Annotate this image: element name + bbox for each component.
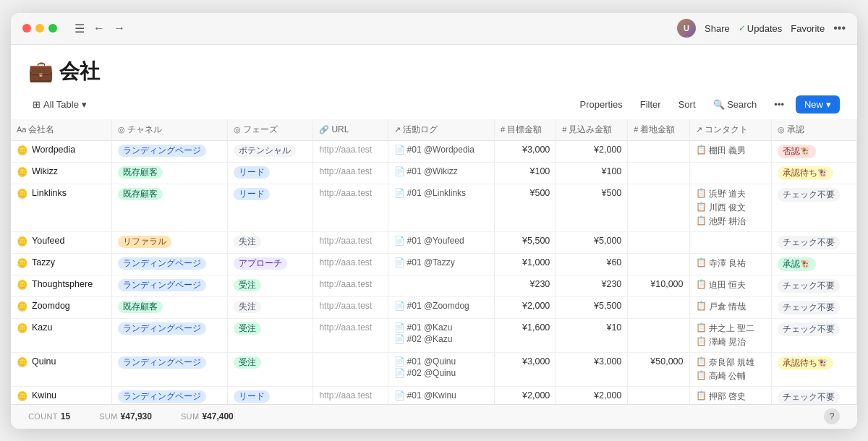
table-row[interactable]: 🪙Wordpediaランディングページポテンシャルhttp://aaa.test…: [11, 140, 857, 162]
company-cell[interactable]: 🪙Kwinu: [11, 386, 112, 404]
approval-cell[interactable]: 承認待ち🐮: [771, 352, 856, 386]
share-button[interactable]: Share: [705, 23, 730, 34]
channel-tag[interactable]: 既存顧客: [118, 188, 163, 200]
company-cell[interactable]: 🪙Zoomdog: [11, 296, 112, 318]
activity-cell[interactable]: 📄#01 @Wikizz: [388, 162, 495, 184]
channel-cell[interactable]: ランディングページ: [112, 140, 228, 162]
channel-cell[interactable]: リファラル: [112, 231, 228, 253]
table-row[interactable]: 🪙Quinuランディングページ受注📄#01 @Quinu📄#02 @Quinu¥…: [11, 352, 857, 386]
url-cell[interactable]: http://aaa.test: [313, 296, 388, 318]
phase-cell[interactable]: リード: [228, 162, 313, 184]
phase-cell[interactable]: リード: [228, 184, 313, 231]
activity-cell[interactable]: 📄#01 @Wordpedia: [388, 140, 495, 162]
company-cell[interactable]: 🪙Tazzy: [11, 253, 112, 275]
url-cell[interactable]: http://aaa.test: [313, 184, 388, 231]
contact-cell[interactable]: 📋浜野 道夫📋川西 俊文📋池野 耕治: [689, 184, 771, 231]
phase-cell[interactable]: ポテンシャル: [228, 140, 313, 162]
view-selector[interactable]: ⊞ All Table ▾: [28, 96, 91, 113]
channel-cell[interactable]: 既存顧客: [112, 296, 228, 318]
channel-tag[interactable]: ランディングページ: [118, 356, 206, 369]
sort-button[interactable]: Sort: [673, 96, 702, 113]
url-cell[interactable]: http://aaa.test: [313, 140, 388, 162]
phase-cell[interactable]: アプローチ: [228, 253, 313, 275]
activity-cell[interactable]: 📄#01 @Tazzy: [388, 253, 495, 275]
contact-cell[interactable]: [689, 162, 771, 184]
url-cell[interactable]: [313, 352, 388, 386]
phase-tag[interactable]: ポテンシャル: [234, 145, 296, 157]
table-container[interactable]: Aa会社名 ◎チャネル ◎フェーズ 🔗URL ↗活動ログ #目標金額 #見込み金…: [11, 119, 857, 404]
approval-tag[interactable]: チェック不要: [778, 390, 840, 404]
company-cell[interactable]: 🪙Wikizz: [11, 162, 112, 184]
phase-cell[interactable]: 受注: [228, 352, 313, 386]
approval-cell[interactable]: チェック不要: [771, 386, 856, 404]
approval-tag[interactable]: チェック不要: [778, 279, 840, 293]
channel-cell[interactable]: ランディングページ: [112, 352, 228, 386]
channel-cell[interactable]: 既存顧客: [112, 184, 228, 231]
menu-button[interactable]: ☰: [72, 20, 88, 37]
phase-tag[interactable]: リード: [234, 390, 270, 403]
url-cell[interactable]: http://aaa.test: [313, 318, 388, 352]
avatar[interactable]: U: [677, 19, 696, 38]
back-button[interactable]: ←: [90, 20, 108, 37]
approval-tag[interactable]: チェック不要: [778, 236, 840, 249]
url-cell[interactable]: http://aaa.test: [313, 275, 388, 296]
minimize-button[interactable]: [35, 24, 44, 33]
activity-cell[interactable]: 📄#01 @Youfeed: [388, 231, 495, 253]
phase-cell[interactable]: 失注: [228, 231, 313, 253]
help-button[interactable]: ?: [824, 408, 840, 424]
phase-tag[interactable]: 受注: [234, 322, 261, 335]
company-cell[interactable]: 🪙Wordpedia: [11, 140, 112, 162]
search-button[interactable]: 🔍 Search: [707, 96, 763, 113]
url-cell[interactable]: http://aaa.test: [313, 231, 388, 253]
channel-tag[interactable]: 既存顧客: [118, 301, 163, 313]
table-row[interactable]: 🪙Linklinks既存顧客リードhttp://aaa.test📄#01 @Li…: [11, 184, 857, 231]
phase-cell[interactable]: リード: [228, 386, 313, 404]
channel-cell[interactable]: ランディングページ: [112, 275, 228, 296]
table-row[interactable]: 🪙Kwinuランディングページリードhttp://aaa.test📄#01 @K…: [11, 386, 857, 404]
url-cell[interactable]: http://aaa.test: [313, 386, 388, 404]
channel-tag[interactable]: ランディングページ: [118, 257, 206, 270]
phase-cell[interactable]: 失注: [228, 296, 313, 318]
url-cell[interactable]: http://aaa.test: [313, 253, 388, 275]
approval-tag[interactable]: チェック不要: [778, 301, 840, 314]
approval-cell[interactable]: チェック不要: [771, 296, 856, 318]
company-cell[interactable]: 🪙Linklinks: [11, 184, 112, 231]
channel-tag[interactable]: 既存顧客: [118, 166, 163, 179]
activity-cell[interactable]: [388, 275, 495, 296]
phase-tag[interactable]: リード: [234, 188, 270, 200]
contact-cell[interactable]: 📋棚田 義男: [689, 140, 771, 162]
contact-cell[interactable]: 📋押部 啓史📋安田 達志📋金塚 僚太: [689, 386, 771, 404]
approval-cell[interactable]: チェック不要: [771, 275, 856, 296]
channel-cell[interactable]: ランディングページ: [112, 386, 228, 404]
contact-cell[interactable]: 📋寺澤 良祐: [689, 253, 771, 275]
approval-cell[interactable]: 承認待ち🐮: [771, 162, 856, 184]
phase-tag[interactable]: 失注: [234, 236, 261, 248]
table-row[interactable]: 🪙Wikizz既存顧客リードhttp://aaa.test📄#01 @Wikiz…: [11, 162, 857, 184]
table-row[interactable]: 🪙Youfeedリファラル失注http://aaa.test📄#01 @Youf…: [11, 231, 857, 253]
approval-tag[interactable]: チェック不要: [778, 322, 840, 336]
channel-tag[interactable]: ランディングページ: [118, 322, 206, 335]
company-cell[interactable]: 🪙Quinu: [11, 352, 112, 386]
approval-tag[interactable]: 承認待ち🐮: [778, 356, 833, 370]
new-button[interactable]: New ▾: [796, 95, 840, 114]
url-cell[interactable]: http://aaa.test: [313, 162, 388, 184]
company-cell[interactable]: 🪙Youfeed: [11, 231, 112, 253]
approval-cell[interactable]: チェック不要: [771, 231, 856, 253]
contact-cell[interactable]: [689, 231, 771, 253]
contact-cell[interactable]: 📋奈良部 規雄📋高崎 公輔: [689, 352, 771, 386]
contact-cell[interactable]: 📋戸倉 情哉: [689, 296, 771, 318]
approval-tag[interactable]: 承認🐮: [778, 257, 816, 271]
channel-tag[interactable]: ランディングページ: [118, 279, 206, 291]
channel-tag[interactable]: ランディングページ: [118, 390, 206, 403]
updates-button[interactable]: ✓ Updates: [739, 23, 782, 34]
table-row[interactable]: 🪙Kazuランディングページ受注http://aaa.test📄#01 @Kaz…: [11, 318, 857, 352]
channel-cell[interactable]: ランディングページ: [112, 318, 228, 352]
table-row[interactable]: 🪙Tazzyランディングページアプローチhttp://aaa.test📄#01 …: [11, 253, 857, 275]
table-row[interactable]: 🪙Thoughtsphereランディングページ受注http://aaa.test…: [11, 275, 857, 296]
activity-cell[interactable]: 📄#01 @Linklinks: [388, 184, 495, 231]
close-button[interactable]: [22, 24, 31, 33]
activity-cell[interactable]: 📄#01 @Kazu📄#02 @Kazu: [388, 318, 495, 352]
contact-cell[interactable]: 📋迫田 恒夫: [689, 275, 771, 296]
phase-tag[interactable]: 受注: [234, 279, 261, 291]
channel-cell[interactable]: 既存顧客: [112, 162, 228, 184]
